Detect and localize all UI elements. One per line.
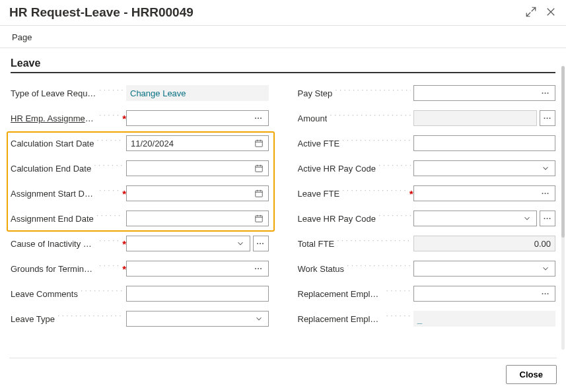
label-assign-start: Assignment Start Date [11,189,96,199]
svg-rect-2 [255,191,262,197]
leave-hr-pay-select[interactable] [413,211,538,226]
calc-end-date-input[interactable] [126,160,269,176]
label-total-fte: Total FTE [298,239,335,249]
ellipsis-icon[interactable]: ··· [540,188,551,199]
svg-rect-1 [255,166,262,172]
type-of-leave-select[interactable]: Change Leave [126,85,269,101]
hr-emp-assignment-input[interactable]: ··· [126,110,269,126]
leave-type-select[interactable] [126,311,269,327]
label-hr-emp-assignment[interactable]: HR Emp. Assignment … [11,114,96,123]
leave-fte-input[interactable]: ··· [413,185,556,201]
label-work-status: Work Status [298,264,345,274]
pay-step-input[interactable]: ··· [413,85,556,101]
assign-start-date-input[interactable] [126,185,269,201]
label-calc-end: Calculation End Date [11,164,91,174]
ellipsis-icon[interactable]: ··· [254,263,264,274]
type-of-leave-value: Change Leave [130,88,186,98]
calendar-icon[interactable] [254,213,264,224]
ellipsis-icon[interactable]: ··· [540,88,551,98]
label-pay-step: Pay Step [298,88,333,98]
required-grounds: * [122,263,126,275]
cause-inactivity-select[interactable] [126,236,250,251]
label-type-of-leave: Type of Leave Request [11,88,96,98]
ellipsis-icon[interactable]: ··· [540,288,551,299]
amount-input [413,110,538,126]
right-column: Pay Step ··· Amount ··· [298,85,556,336]
label-replacement-emp2: Replacement Employe… [298,314,384,324]
required-hr-emp: * [122,113,126,124]
label-grounds-term: Grounds for Terminati… [11,264,96,274]
dots [99,89,124,94]
leave-hr-pay-lookup-button[interactable]: ··· [540,211,555,226]
chevron-down-icon[interactable] [522,213,532,224]
cause-inactivity-lookup-button[interactable]: ··· [253,236,269,251]
label-active-fte: Active FTE [298,139,340,148]
total-fte-value: 0.00 [418,239,551,249]
chevron-down-icon[interactable] [540,263,551,274]
chevron-down-icon[interactable] [254,313,264,324]
replacement-emp1-input[interactable]: ··· [413,286,556,302]
label-leave-hr-pay: Leave HR Pay Code [298,214,376,224]
label-calc-start: Calculation Start Date [11,139,94,148]
svg-rect-0 [255,141,262,147]
amount-lookup-button[interactable]: ··· [540,110,555,126]
calendar-icon[interactable] [254,138,264,148]
total-fte-display: 0.00 [413,236,556,251]
calc-start-date-input[interactable]: 11/20/2024 [126,135,269,151]
ellipsis-icon[interactable]: ··· [254,113,264,123]
calendar-icon[interactable] [254,163,264,174]
svg-rect-3 [255,216,262,222]
left-column: Type of Leave Request Change Leave HR Em… [11,85,269,336]
active-hr-pay-select[interactable] [413,160,556,176]
label-active-hr-pay: Active HR Pay Code [298,164,376,174]
section-title-leave: Leave [11,57,555,73]
label-leave-comments: Leave Comments [11,289,78,299]
label-replacement-emp1: Replacement Employe… [298,289,384,299]
work-status-select[interactable] [413,261,556,277]
label-leave-type: Leave Type [11,314,55,324]
leave-comments-input[interactable] [126,286,269,302]
required-assign-start: * [122,188,126,199]
replacement-emp2-display: _ [413,311,556,327]
scrollbar-thumb[interactable] [561,66,565,238]
assign-end-date-input[interactable] [126,211,269,226]
tab-page[interactable]: Page [12,32,32,42]
grounds-term-input[interactable]: ··· [126,261,269,277]
active-fte-input[interactable] [413,135,556,151]
chevron-down-icon[interactable] [540,163,551,174]
required-cause: * [122,238,126,249]
label-amount: Amount [298,114,328,123]
expand-icon[interactable] [525,6,537,20]
page-title: HR Request-Leave - HRR00049 [9,5,194,20]
chevron-down-icon[interactable] [235,238,246,249]
close-button[interactable]: Close [506,365,557,384]
calc-start-date-value: 11/20/2024 [131,139,254,148]
required-leave-fte: * [409,188,413,199]
calendar-icon[interactable] [254,188,264,199]
close-icon[interactable] [545,6,557,20]
label-leave-fte: Leave FTE [298,189,340,199]
label-assign-end: Assignment End Date [11,214,94,224]
replacement-emp2-value: _ [417,314,552,324]
scrollbar[interactable] [561,66,565,350]
label-cause-inactivity: Cause of Inactivity Co… [11,239,96,249]
